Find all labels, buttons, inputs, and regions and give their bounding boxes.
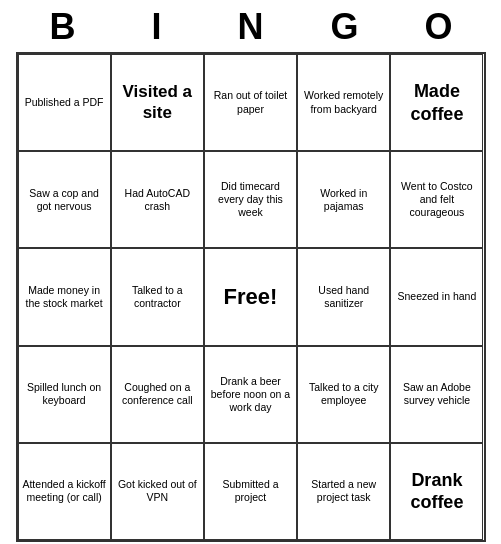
bingo-cell-13[interactable]: Used hand sanitizer xyxy=(297,248,390,345)
bingo-cell-18[interactable]: Talked to a city employee xyxy=(297,346,390,443)
bingo-cell-19[interactable]: Saw an Adobe survey vehicle xyxy=(390,346,483,443)
bingo-cell-11[interactable]: Talked to a contractor xyxy=(111,248,204,345)
bingo-title: B I N G O xyxy=(16,0,486,52)
bingo-cell-14[interactable]: Sneezed in hand xyxy=(390,248,483,345)
bingo-cell-3[interactable]: Worked remotely from backyard xyxy=(297,54,390,151)
title-b: B xyxy=(37,6,89,48)
title-g: G xyxy=(319,6,371,48)
bingo-cell-2[interactable]: Ran out of toilet paper xyxy=(204,54,297,151)
title-n: N xyxy=(225,6,277,48)
bingo-cell-23[interactable]: Started a new project task xyxy=(297,443,390,540)
bingo-cell-5[interactable]: Saw a cop and got nervous xyxy=(18,151,111,248)
title-o: O xyxy=(413,6,465,48)
bingo-cell-24[interactable]: Drank coffee xyxy=(390,443,483,540)
bingo-cell-1[interactable]: Visited a site xyxy=(111,54,204,151)
title-i: I xyxy=(131,6,183,48)
bingo-cell-22[interactable]: Submitted a project xyxy=(204,443,297,540)
bingo-cell-6[interactable]: Had AutoCAD crash xyxy=(111,151,204,248)
bingo-grid: Published a PDFVisited a siteRan out of … xyxy=(16,52,486,542)
bingo-cell-8[interactable]: Worked in pajamas xyxy=(297,151,390,248)
bingo-cell-15[interactable]: Spilled lunch on keyboard xyxy=(18,346,111,443)
bingo-cell-21[interactable]: Got kicked out of VPN xyxy=(111,443,204,540)
bingo-cell-17[interactable]: Drank a beer before noon on a work day xyxy=(204,346,297,443)
bingo-cell-9[interactable]: Went to Costco and felt courageous xyxy=(390,151,483,248)
bingo-cell-12[interactable]: Free! xyxy=(204,248,297,345)
bingo-cell-7[interactable]: Did timecard every day this week xyxy=(204,151,297,248)
bingo-cell-4[interactable]: Made coffee xyxy=(390,54,483,151)
bingo-cell-10[interactable]: Made money in the stock market xyxy=(18,248,111,345)
bingo-cell-16[interactable]: Coughed on a conference call xyxy=(111,346,204,443)
bingo-cell-20[interactable]: Attended a kickoff meeting (or call) xyxy=(18,443,111,540)
bingo-cell-0[interactable]: Published a PDF xyxy=(18,54,111,151)
